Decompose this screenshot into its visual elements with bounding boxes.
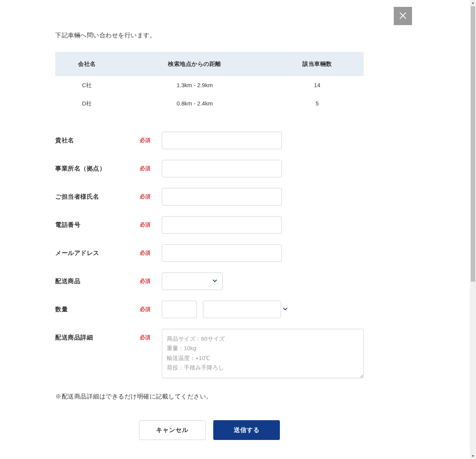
required-tag: 必須 [140,192,150,201]
quantity-unit-select[interactable] [203,301,281,318]
required-tag: 必須 [140,277,150,285]
submit-button[interactable]: 送信する [213,420,280,440]
table-header-count: 該当車輛数 [271,52,364,76]
contact-name-input[interactable] [162,188,282,206]
email-label: メールアドレス [55,248,99,258]
scrollbar-thumb[interactable] [471,6,475,282]
table-cell-count: 14 [271,76,364,94]
scrollbar-up-icon[interactable] [470,0,476,6]
contact-name-label: ご担当者様氏名 [55,192,99,202]
table-header-distance: 検索地点からの距離 [119,52,271,76]
required-tag: 必須 [140,164,150,172]
table-header-company: 会社名 [55,52,119,76]
table-cell-company: D社 [55,94,119,113]
phone-input[interactable] [162,216,282,234]
required-tag: 必須 [140,136,150,144]
required-tag: 必須 [140,249,150,257]
details-textarea[interactable] [162,329,364,378]
branch-name-label: 事業所名（拠点） [55,164,105,174]
table-row: C社 1.3km - 2.9km 14 [55,76,364,94]
company-name-label: 貴社名 [55,135,74,145]
phone-label: 電話番号 [55,220,80,230]
intro-text: 下記車輛へ問い合わせを行います。 [55,30,364,40]
table-cell-company: C社 [55,76,119,94]
details-label: 配送商品詳細 [55,333,93,343]
table-cell-count: 5 [271,94,364,113]
close-button[interactable] [394,7,412,25]
table-cell-distance: 1.3km - 2.9km [119,76,271,94]
quantity-label: 数量 [55,304,68,314]
chevron-down-icon [283,306,288,312]
quantity-input[interactable] [162,301,197,318]
email-input[interactable] [162,244,282,262]
required-tag: 必須 [140,220,150,229]
scrollbar[interactable] [470,0,476,455]
cancel-button[interactable]: キャンセル [139,420,206,440]
table-row: D社 0.8km - 2.4km 5 [55,94,364,113]
summary-table: 会社名 検索地点からの距離 該当車輛数 C社 1.3km - 2.9km 14 … [55,52,364,113]
branch-name-input[interactable] [162,160,282,177]
company-name-input[interactable] [162,132,282,149]
close-icon [398,11,407,21]
required-tag: 必須 [140,333,150,341]
scrollbar-down-icon[interactable] [470,453,476,455]
product-label: 配送商品 [55,276,80,286]
product-select[interactable] [162,273,223,290]
note-text: ※配送商品詳細はできるだけ明確に記載してください。 [55,392,364,402]
required-tag: 必須 [140,305,150,313]
table-cell-distance: 0.8km - 2.4km [119,94,271,113]
